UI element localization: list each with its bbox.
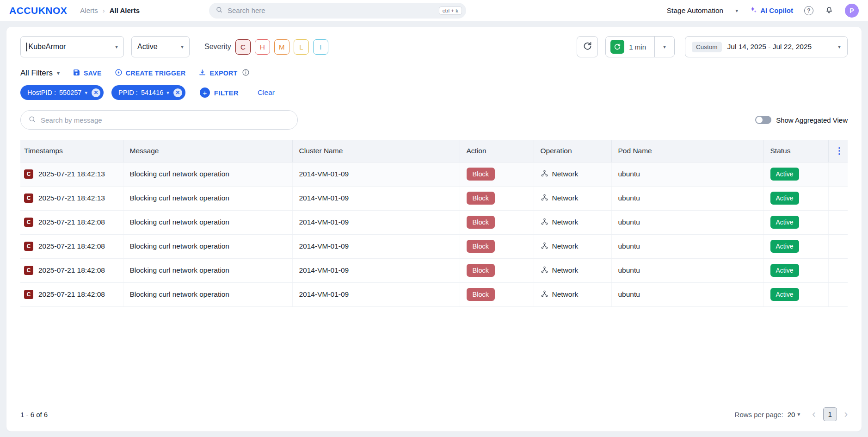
ai-copilot-button[interactable]: AI Copilot [749, 6, 793, 15]
refresh-interval-value: 1 min [629, 43, 654, 51]
table-row[interactable]: C2025-07-21 18:42:08 Blocking curl netwo… [20, 234, 848, 258]
table-footer: 1 - 6 of 6 Rows per page: 20 ▾ ‹ 1 › [20, 407, 848, 421]
global-search[interactable]: ctrl + k [209, 3, 466, 19]
chevron-down-icon[interactable]: ▾ [166, 90, 169, 96]
help-icon[interactable]: ? [804, 6, 813, 15]
message-text: Blocking curl network operation [130, 170, 229, 178]
status-badge: Active [770, 288, 799, 301]
global-search-input[interactable] [228, 6, 434, 14]
filter-chips-row: HostPID : 550257 ▾ ✕ PPID : 541416 ▾ ✕ +… [20, 85, 848, 100]
save-label: SAVE [84, 69, 102, 77]
column-menu[interactable]: ⋮ [828, 140, 848, 162]
severity-badge: C [24, 218, 33, 227]
source-select[interactable]: KubeArmor ▾ [20, 36, 124, 57]
clear-filters-link[interactable]: Clear [258, 88, 275, 97]
message-text: Blocking curl network operation [130, 290, 229, 298]
operation-text: Network [552, 290, 579, 299]
interval-dropdown-button[interactable]: ▾ [655, 44, 674, 50]
operation-text: Network [552, 242, 579, 250]
cluster-name-text: 2014-VM-01-09 [299, 218, 349, 226]
filter-chip-hostpid[interactable]: HostPID : 550257 ▾ ✕ [20, 85, 104, 100]
date-range-value: Jul 14, 2025 - Jul 22, 2025 [727, 43, 812, 51]
status-badge: Active [770, 168, 799, 181]
network-icon [541, 290, 548, 300]
message-text: Blocking curl network operation [130, 194, 229, 202]
page-1-button[interactable]: 1 [823, 407, 837, 421]
search-row: Show Aggregated View [20, 110, 848, 130]
next-page-button[interactable]: › [844, 409, 848, 419]
table-row[interactable]: C2025-07-21 18:42:13 Blocking curl netwo… [20, 162, 848, 186]
chevron-down-icon[interactable]: ▾ [85, 90, 87, 96]
info-icon[interactable] [242, 69, 250, 78]
bell-icon[interactable] [825, 5, 834, 16]
create-trigger-button[interactable]: CREATE TRIGGER [115, 69, 186, 78]
status-badge: Active [770, 192, 799, 205]
status-badge: Active [770, 240, 799, 253]
col-cluster-name: Cluster Name [292, 140, 460, 162]
rows-per-page-select[interactable]: 20 ▾ [788, 411, 800, 418]
main-area: KubeArmor ▾ Active ▾ Severity C H M L I [0, 21, 868, 437]
severity-chip-critical[interactable]: C [235, 39, 251, 55]
table-row[interactable]: C2025-07-21 18:42:08 Blocking curl netwo… [20, 258, 848, 282]
operation-text: Network [552, 218, 579, 226]
col-timestamps: Timestamps [20, 140, 123, 162]
auto-refresh-control[interactable]: 1 min ▾ [605, 36, 675, 57]
table-row[interactable]: C2025-07-21 18:42:08 Blocking curl netwo… [20, 282, 848, 306]
timestamp-text: 2025-07-21 18:42:13 [38, 170, 105, 178]
text-cursor [26, 43, 27, 51]
search-icon [215, 6, 223, 15]
status-select[interactable]: Active ▾ [131, 36, 190, 57]
chevron-down-icon: ▾ [797, 412, 800, 417]
save-icon [73, 69, 80, 78]
col-pod-name: Pod Name [611, 140, 763, 162]
network-icon [541, 266, 548, 275]
status-badge: Active [770, 264, 799, 277]
tenant-selector[interactable]: Stage Automation ▾ [667, 6, 738, 15]
message-text: Blocking curl network operation [130, 266, 229, 274]
refresh-button[interactable] [577, 36, 598, 57]
kebab-icon[interactable]: ⋮ [835, 146, 844, 156]
chip-value: 550257 [59, 89, 81, 96]
status-select-value: Active [137, 43, 158, 51]
pod-name-text: ubuntu [618, 290, 640, 298]
aggregated-view-toggle[interactable] [755, 116, 771, 124]
filter-chip-ppid[interactable]: PPID : 541416 ▾ ✕ [111, 85, 185, 100]
all-filters-label: All Filters [20, 69, 53, 78]
rows-per-page-label: Rows per page: [735, 411, 783, 418]
download-icon [198, 69, 206, 78]
close-icon[interactable]: ✕ [92, 88, 100, 97]
pod-name-text: ubuntu [618, 194, 640, 202]
sync-icon [610, 40, 624, 54]
severity-chip-medium[interactable]: M [274, 39, 289, 55]
severity-badge: C [24, 169, 33, 179]
toggle-knob [756, 117, 763, 123]
action-badge: Block [467, 240, 495, 253]
severity-chip-info[interactable]: I [313, 39, 328, 55]
operation-text: Network [552, 266, 579, 275]
table-row[interactable]: C2025-07-21 18:42:08 Blocking curl netwo… [20, 210, 848, 234]
severity-chip-low[interactable]: L [294, 39, 309, 55]
table-row[interactable]: C2025-07-21 18:42:13 Blocking curl netwo… [20, 186, 848, 210]
severity-chip-high[interactable]: H [255, 39, 270, 55]
previous-page-button[interactable]: ‹ [812, 409, 815, 419]
col-action: Action [460, 140, 534, 162]
message-search[interactable] [20, 110, 298, 130]
status-badge: Active [770, 216, 799, 229]
alerts-card: KubeArmor ▾ Active ▾ Severity C H M L I [6, 27, 862, 431]
timestamp-text: 2025-07-21 18:42:13 [38, 194, 105, 202]
action-badge: Block [467, 288, 495, 301]
all-filters-dropdown[interactable]: All Filters ▾ [20, 69, 60, 78]
date-range-picker[interactable]: Custom Jul 14, 2025 - Jul 22, 2025 ▾ [685, 36, 848, 57]
col-message: Message [123, 140, 292, 162]
avatar[interactable]: P [845, 4, 859, 18]
chevron-down-icon: ▾ [735, 8, 738, 13]
breadcrumb-alerts[interactable]: Alerts [80, 6, 98, 14]
save-button[interactable]: SAVE [73, 69, 102, 78]
close-icon[interactable]: ✕ [173, 88, 182, 97]
cluster-name-text: 2014-VM-01-09 [299, 266, 349, 274]
table-header-row: Timestamps Message Cluster Name Action O… [20, 140, 848, 162]
message-search-input[interactable] [41, 116, 290, 124]
export-button[interactable]: EXPORT [198, 69, 237, 78]
add-filter-button[interactable]: + FILTER [200, 87, 239, 98]
breadcrumb: Alerts › All Alerts [80, 6, 140, 14]
